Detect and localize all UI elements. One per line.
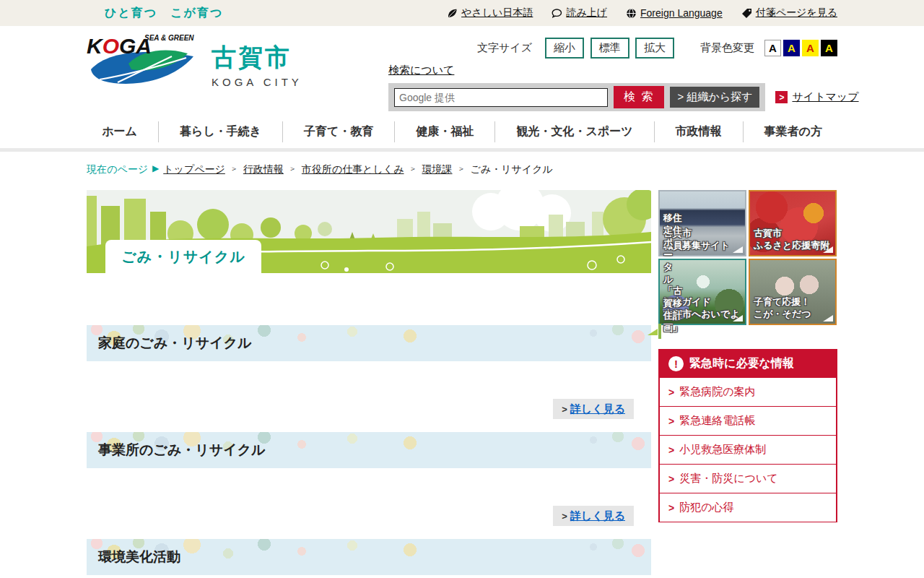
- logo-tagline: SEA & GREEN: [144, 34, 194, 42]
- nav-item-health[interactable]: 健康・福祉: [395, 121, 495, 142]
- emergency-title: 緊急時に必要な情報: [689, 356, 794, 371]
- section-business-waste: 事業所のごみ・リサイクル: [87, 432, 651, 468]
- emergency-link-disaster[interactable]: > 災害・防災について: [660, 465, 836, 493]
- emergency-link-hospitals[interactable]: > 緊急病院の案内: [660, 378, 836, 407]
- breadcrumb-separator: ＞: [409, 163, 418, 174]
- city-name-jp: 古賀市: [212, 41, 302, 74]
- easy-japanese-link[interactable]: やさしい日本語: [447, 7, 533, 20]
- breadcrumb-link-cityhall[interactable]: 市役所の仕事としくみ: [302, 163, 404, 176]
- emergency-link-phonebook[interactable]: > 緊急連絡電話帳: [660, 407, 836, 436]
- emergency-link-crime-prevention[interactable]: > 防犯の心得: [660, 493, 836, 522]
- breadcrumb-separator: ＞: [230, 163, 239, 174]
- svg-text:KOGA: KOGA: [87, 34, 152, 58]
- more-label: 詳しく見る: [570, 509, 625, 523]
- logo-city-name: 古賀市 KOGA CITY: [212, 41, 302, 88]
- nav-item-home[interactable]: ホーム: [81, 121, 159, 142]
- bg-white-swatch[interactable]: A: [764, 40, 781, 56]
- section-beautification: 環境美化活動: [87, 539, 651, 575]
- breadcrumb: 現在のページ ▶ トップページ ＞ 行政情報 ＞ 市役所の仕事としくみ ＞ 環境…: [87, 152, 837, 190]
- chevron-right-icon: >: [668, 387, 674, 398]
- section-title: 家庭のごみ・リサイクル: [98, 334, 252, 353]
- banner-furusato-donation[interactable]: 古賀市ふるさと応援寄附: [749, 190, 837, 256]
- chevron-right-icon: >: [668, 415, 674, 427]
- search-input[interactable]: [394, 88, 608, 107]
- search-area: 検索について 検 索 > 組織から探す > サイトマップ: [388, 64, 859, 111]
- bg-yellow-swatch[interactable]: A: [802, 40, 819, 56]
- emergency-item-label: 小児救急医療体制: [679, 443, 766, 457]
- bg-color-label: 背景色変更: [700, 41, 754, 55]
- chevron-right-icon: >: [775, 91, 788, 103]
- emergency-link-pediatric[interactable]: > 小児救急医療体制: [660, 436, 836, 465]
- chevron-right-icon: >: [668, 502, 674, 514]
- emergency-list: > 緊急病院の案内 > 緊急連絡電話帳 > 小児救急医療体制 > 災害・防災につ…: [658, 378, 837, 522]
- topbar-links: やさしい日本語 読み上げ Foreign Language 付箋ページを見る: [447, 7, 837, 20]
- breadcrumb-separator: ＞: [457, 163, 466, 174]
- about-search-link[interactable]: 検索について: [388, 64, 454, 77]
- chevron-right-icon: >: [668, 444, 674, 456]
- search-button[interactable]: 検 索: [614, 86, 664, 108]
- link-label: 付箋ページを見る: [756, 7, 837, 20]
- sidebar: 古賀市職員募集サイト 古賀市ふるさと応援寄附 観光ガイド古賀市へおいでよ 子育て…: [658, 190, 837, 575]
- banner-arrow-icon: [733, 315, 743, 322]
- nav-item-living[interactable]: 暮らし・手続き: [159, 121, 283, 142]
- breadcrumb-arrow-icon: ▶: [152, 163, 159, 173]
- main-nav: ホーム 暮らし・手続き 子育て・教育 健康・福祉 観光・文化・スポーツ 市政情報…: [0, 116, 924, 152]
- emergency-header: ! 緊急時に必要な情報: [658, 349, 837, 378]
- header: KOGA SEA & GREEN 古賀市 KOGA CITY 文字サイズ 縮小 …: [0, 26, 924, 116]
- breadcrumb-label: 現在のページ: [87, 163, 148, 176]
- bg-black-swatch[interactable]: A: [821, 40, 837, 56]
- breadcrumb-separator: ＞: [288, 163, 297, 174]
- find-by-organization-button[interactable]: > 組織から探す: [670, 87, 759, 108]
- main-column: ごみ・リサイクル 家庭のごみ・リサイクル > 詳しく見る 事業所のごみ・リサイク…: [87, 190, 651, 575]
- site-slogan: ひと育つ こが育つ: [105, 6, 223, 21]
- koga-city-logo[interactable]: KOGA SEA & GREEN 古賀市 KOGA CITY: [85, 32, 302, 97]
- link-label: 読み上げ: [566, 7, 607, 20]
- breadcrumb-link-top[interactable]: トップページ: [163, 163, 225, 176]
- nav-item-business[interactable]: 事業者の方: [744, 121, 843, 142]
- font-size-buttons: 縮小 標準 拡大: [542, 38, 674, 59]
- exclamation-icon: !: [668, 356, 684, 371]
- font-size-normal-button[interactable]: 標準: [590, 38, 629, 59]
- banner-arrow-icon: [823, 315, 833, 322]
- emergency-item-label: 緊急連絡電話帳: [679, 414, 755, 428]
- household-more-link[interactable]: > 詳しく見る: [553, 399, 634, 419]
- breadcrumb-link-admin[interactable]: 行政情報: [243, 163, 284, 176]
- nav-item-childcare[interactable]: 子育て・教育: [283, 121, 395, 142]
- section-title: 事業所のごみ・リサイクル: [98, 441, 266, 460]
- banner-arrow-icon: [823, 246, 833, 253]
- chevron-right-icon: >: [668, 473, 674, 485]
- bg-navy-swatch[interactable]: A: [783, 40, 800, 56]
- font-size-large-button[interactable]: 拡大: [635, 38, 674, 59]
- accessibility-controls: 文字サイズ 縮小 標準 拡大 背景色変更 A A A A: [477, 38, 837, 59]
- leaf-icon: [447, 8, 458, 19]
- bookmark-pages-link[interactable]: 付箋ページを見る: [741, 7, 837, 20]
- koga-logo-graphic: KOGA SEA & GREEN: [85, 32, 204, 97]
- section-title: 環境美化活動: [98, 548, 180, 566]
- page-title: ごみ・リサイクル: [105, 240, 261, 273]
- tag-icon: [741, 8, 752, 19]
- sitemap-link[interactable]: > サイトマップ: [775, 90, 858, 104]
- chevron-right-icon: >: [562, 404, 567, 415]
- nav-item-tourism[interactable]: 観光・文化・スポーツ: [495, 121, 654, 142]
- sitemap-label: サイトマップ: [792, 90, 858, 104]
- font-size-label: 文字サイズ: [477, 41, 532, 55]
- banner-migration-portal[interactable]: 移住定住ポータル「古賀移住計画」: [658, 324, 661, 339]
- link-label: やさしい日本語: [461, 7, 533, 20]
- speech-bubble-icon: [552, 8, 562, 19]
- section-household-waste: 家庭のごみ・リサイクル: [87, 325, 651, 361]
- nav-item-city-info[interactable]: 市政情報: [655, 121, 744, 142]
- font-size-small-button[interactable]: 縮小: [545, 38, 584, 59]
- page: ひと育つ こが育つ やさしい日本語 読み上げ Foreign Language: [0, 0, 924, 578]
- read-aloud-link[interactable]: 読み上げ: [552, 7, 607, 20]
- search-strip: 検 索 > 組織から探す: [388, 83, 765, 111]
- business-more-link[interactable]: > 詳しく見る: [553, 506, 634, 526]
- topbar: ひと育つ こが育つ やさしい日本語 読み上げ Foreign Language: [0, 0, 924, 26]
- emergency-info-box: ! 緊急時に必要な情報 > 緊急病院の案内 > 緊急連絡電話帳 > 小児救急医療…: [658, 349, 837, 522]
- banner-childcare-support[interactable]: 子育て応援！こが・そだつ: [749, 259, 837, 325]
- logo-o: O: [103, 34, 119, 58]
- banner-grid: 古賀市職員募集サイト 古賀市ふるさと応援寄附 観光ガイド古賀市へおいでよ 子育て…: [658, 190, 837, 325]
- foreign-language-link[interactable]: Foreign Language: [626, 7, 723, 19]
- emergency-item-label: 緊急病院の案内: [679, 385, 755, 399]
- bg-color-swatches: A A A A: [764, 40, 837, 56]
- breadcrumb-link-environment[interactable]: 環境課: [422, 163, 453, 176]
